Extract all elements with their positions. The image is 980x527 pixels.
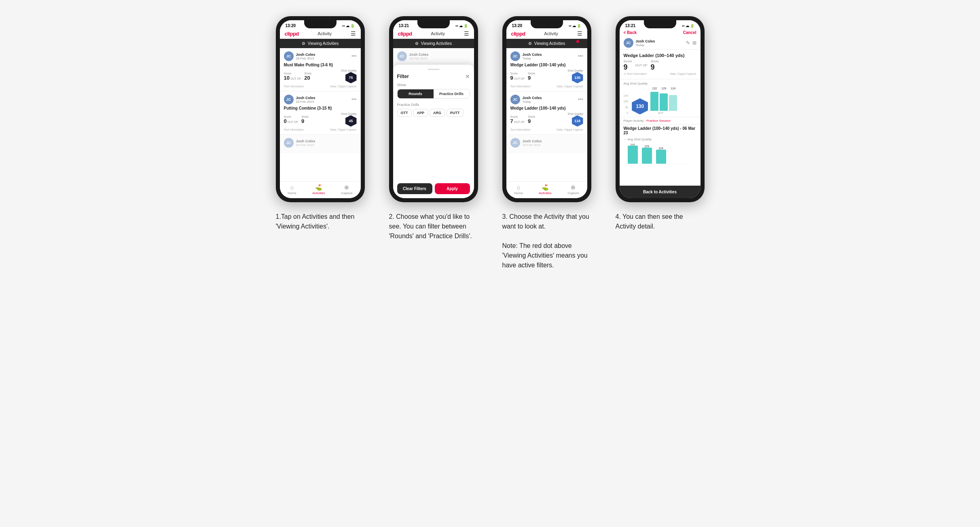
more-dots-1-1[interactable]: ••• bbox=[351, 53, 357, 59]
cancel-link[interactable]: Cancel bbox=[683, 30, 696, 35]
session-link[interactable]: Practice Session bbox=[646, 119, 671, 123]
chart-bars bbox=[650, 91, 696, 111]
stats-row-3-1: Score 9 OUT OF Shots 9 bbox=[510, 69, 583, 83]
back-link[interactable]: < Back bbox=[624, 30, 637, 35]
phone-1-screen: 13:20 ▪▪ ☁ 🔋 clippd Activity ☰ ⚙ Viewing… bbox=[280, 20, 361, 198]
status-icons-3: ▪▪ ☁ 🔋 bbox=[569, 24, 581, 28]
chart-ylabel: 140 100 50 0 bbox=[624, 94, 630, 114]
activity-card-1-3: JC Josh Coles 28 Feb 2023 bbox=[280, 135, 361, 153]
phone-3-column: 13:20 ▪▪ ☁ 🔋 clippd Activity ☰ ⚙ Viewing… bbox=[498, 16, 595, 270]
nav-menu-2[interactable]: ☰ bbox=[464, 30, 469, 37]
viewing-banner-2[interactable]: ⚙ Viewing Activities bbox=[393, 39, 474, 48]
user-date-1-2: 28 Feb 2023 bbox=[296, 100, 315, 104]
bottom-nav-home-1[interactable]: ⌂ Home bbox=[288, 184, 296, 195]
detail-avatar: JC bbox=[624, 38, 633, 48]
bar-1 bbox=[650, 92, 658, 111]
drill-tag-putt[interactable]: PUTT bbox=[447, 109, 464, 117]
sq-hex-1-1: 75 bbox=[345, 72, 357, 83]
bottom-nav-activities-3[interactable]: ⛳ Activities bbox=[539, 184, 552, 195]
status-time-2: 13:21 bbox=[399, 23, 409, 28]
mini-bar-chart: 132 129 124 bbox=[650, 87, 696, 114]
activity-title-3-1: Wedge Ladder (100–140 yds) bbox=[510, 63, 583, 67]
activity-card-3-2[interactable]: JC Josh Coles Today ••• Wedge Ladder (10… bbox=[506, 91, 587, 135]
activities-icon-3: ⛳ bbox=[542, 184, 548, 190]
data-source-4: Data: Clippd Capture bbox=[670, 72, 696, 75]
user-date-1-1: 28 Feb 2023 bbox=[296, 57, 315, 60]
stat-group-score-1-1: Score 10 OUT OF bbox=[284, 72, 301, 81]
nav-logo-3: clippd bbox=[511, 31, 525, 37]
score-val-1-2: 0 bbox=[284, 118, 287, 124]
status-time-3: 13:20 bbox=[512, 23, 523, 28]
status-time-4: 13:21 bbox=[625, 23, 636, 28]
apply-button[interactable]: Apply bbox=[435, 183, 470, 194]
sq-hex-3-2: 118 bbox=[572, 115, 583, 127]
stats-row-3-2: Score 7 OUT OF Shots 9 bbox=[510, 112, 583, 127]
user-info-3-1: JC Josh Coles Today bbox=[510, 51, 542, 61]
card-header-1-1: JC Josh Coles 28 Feb 2023 ••• bbox=[284, 51, 357, 61]
bottom-nav-capture-1[interactable]: ⊕ Capture bbox=[341, 184, 352, 195]
test-info-4: ⊙ Test Information bbox=[624, 72, 647, 75]
bottom-nav-capture-3[interactable]: ⊕ Capture bbox=[567, 184, 579, 195]
app-nav-1: clippd Activity ☰ bbox=[280, 29, 361, 39]
more-dots-1-2[interactable]: ••• bbox=[351, 97, 357, 102]
caption-4: 4. You can then see the Activity detail. bbox=[616, 212, 705, 231]
clear-filters-button[interactable]: Clear Filters bbox=[397, 183, 432, 194]
activity-card-3-1[interactable]: JC Josh Coles Today ••• Wedge Ladder (10… bbox=[506, 48, 587, 91]
svg-text:124: 124 bbox=[658, 147, 663, 150]
nav-menu-1[interactable]: ☰ bbox=[351, 30, 356, 37]
phone-4-screen: 13:21 ▪▪ ☁ 🔋 < Back Cancel JC Josh Coles… bbox=[620, 20, 701, 198]
home-icon-3: ⌂ bbox=[517, 184, 520, 190]
home-icon-1: ⌂ bbox=[290, 184, 294, 190]
phone-notch-4 bbox=[644, 20, 676, 28]
more-dots-3-1[interactable]: ••• bbox=[578, 53, 583, 59]
phone-1: 13:20 ▪▪ ☁ 🔋 clippd Activity ☰ ⚙ Viewing… bbox=[276, 16, 365, 202]
drill-tag-arg[interactable]: ARG bbox=[430, 109, 445, 117]
avatar-3-2: JC bbox=[510, 95, 520, 104]
stats-row-1-2: Score 0 OUT OF Shots 9 bbox=[284, 112, 357, 127]
drill-tag-ott[interactable]: OTT bbox=[397, 109, 412, 117]
expand-icon[interactable]: ⊞ bbox=[692, 40, 696, 46]
user-name-3-2: Josh Coles bbox=[523, 96, 542, 100]
phone-3-screen: 13:20 ▪▪ ☁ 🔋 clippd Activity ☰ ⚙ Viewing… bbox=[506, 20, 587, 198]
app-label: APP bbox=[658, 112, 663, 114]
shots-num-4: 9 bbox=[650, 63, 654, 71]
banner-icon-3: ⚙ bbox=[528, 41, 532, 46]
screen-content-1: JC Josh Coles 28 Feb 2023 ••• Must Make … bbox=[280, 48, 361, 181]
shots-val-1-1: 20 bbox=[304, 75, 311, 81]
bottom-nav-home-3[interactable]: ⌂ Home bbox=[514, 184, 523, 195]
avg-hex: 130 bbox=[632, 98, 648, 114]
banner-icon-2: ⚙ bbox=[415, 41, 419, 46]
back-to-activities-button[interactable]: Back to Activities bbox=[620, 186, 701, 198]
screen-content-3: JC Josh Coles Today ••• Wedge Ladder (10… bbox=[506, 48, 587, 181]
bg-card-2: JC Josh Coles 28 Feb 2023 bbox=[393, 48, 474, 66]
phone-1-column: 13:20 ▪▪ ☁ 🔋 clippd Activity ☰ ⚙ Viewing… bbox=[272, 16, 369, 231]
user-info-1-1: JC Josh Coles 28 Feb 2023 bbox=[284, 51, 315, 61]
filter-close-icon[interactable]: ✕ bbox=[465, 73, 470, 80]
capture-icon-1: ⊕ bbox=[344, 184, 349, 190]
filter-header: Filter ✕ bbox=[397, 73, 470, 80]
user-info-3-2: JC Josh Coles Today bbox=[510, 95, 542, 104]
practice-drills-toggle[interactable]: Practice Drills bbox=[434, 89, 470, 98]
activity-title-3-2: Wedge Ladder (100–140 yds) bbox=[510, 106, 583, 110]
bottom-nav-activities-1[interactable]: ⛳ Activities bbox=[312, 184, 325, 195]
card-header-3-2: JC Josh Coles Today ••• bbox=[510, 95, 583, 104]
stat-group-score-1-2: Score 0 OUT OF bbox=[284, 115, 298, 124]
nav-title-3: Activity bbox=[544, 31, 558, 36]
rounds-toggle[interactable]: Rounds bbox=[398, 89, 434, 98]
more-dots-3-2[interactable]: ••• bbox=[578, 97, 583, 102]
drill-tag-app[interactable]: APP bbox=[413, 109, 428, 117]
session-section: Player Activity › Practice Session bbox=[620, 117, 701, 124]
red-dot-3 bbox=[576, 40, 579, 43]
phone-notch-2 bbox=[417, 20, 450, 28]
viewing-banner-3[interactable]: ⚙ Viewing Activities bbox=[506, 39, 587, 48]
app-nav-2: clippd Activity ☰ bbox=[393, 29, 474, 39]
stats-row-1-1: Score 10 OUT OF Shots 20 bbox=[284, 69, 357, 83]
edit-icon[interactable]: ✎ bbox=[686, 40, 690, 46]
nav-menu-3[interactable]: ☰ bbox=[577, 30, 582, 37]
activity-title-1-1: Must Make Putting (3-6 ft) bbox=[284, 63, 357, 67]
viewing-banner-1[interactable]: ⚙ Viewing Activities bbox=[280, 39, 361, 48]
bar-2 bbox=[660, 93, 668, 111]
banner-icon-1: ⚙ bbox=[302, 41, 305, 46]
user-date-3-2: Today bbox=[523, 100, 542, 104]
phone-4-column: 13:21 ▪▪ ☁ 🔋 < Back Cancel JC Josh Coles… bbox=[612, 16, 709, 231]
